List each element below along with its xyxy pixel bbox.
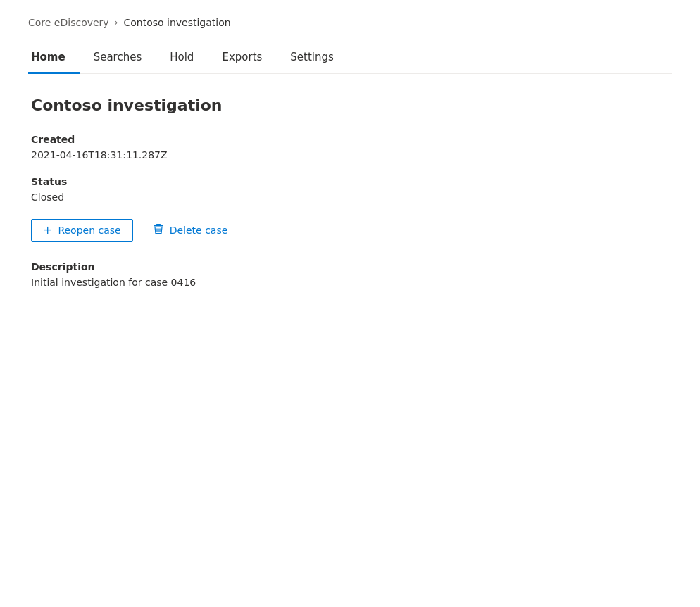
page-container: Core eDiscovery › Contoso investigation … xyxy=(0,0,700,332)
description-value: Initial investigation for case 0416 xyxy=(31,277,669,288)
breadcrumb: Core eDiscovery › Contoso investigation xyxy=(28,17,672,28)
reopen-case-button[interactable]: + Reopen case xyxy=(31,219,133,242)
svg-rect-0 xyxy=(156,224,161,225)
tab-exports[interactable]: Exports xyxy=(208,42,276,74)
created-field-group: Created 2021-04-16T18:31:11.287Z xyxy=(31,134,669,161)
delete-case-label: Delete case xyxy=(170,225,228,236)
trash-icon xyxy=(153,223,164,237)
reopen-icon: + xyxy=(43,225,52,236)
breadcrumb-parent-link[interactable]: Core eDiscovery xyxy=(28,17,109,28)
created-value: 2021-04-16T18:31:11.287Z xyxy=(31,149,669,161)
delete-case-button[interactable]: Delete case xyxy=(144,218,237,242)
tab-hold[interactable]: Hold xyxy=(156,42,208,74)
tab-home[interactable]: Home xyxy=(28,42,80,74)
svg-rect-1 xyxy=(154,225,163,227)
description-field-group: Description Initial investigation for ca… xyxy=(31,261,669,288)
reopen-case-label: Reopen case xyxy=(58,225,120,236)
content-area: Contoso investigation Created 2021-04-16… xyxy=(28,96,672,288)
breadcrumb-separator: › xyxy=(115,18,118,27)
status-field-group: Status Closed xyxy=(31,176,669,203)
status-value: Closed xyxy=(31,192,669,203)
created-label: Created xyxy=(31,134,669,145)
actions-row: + Reopen case Delete case xyxy=(31,218,669,242)
nav-tabs: Home Searches Hold Exports Settings xyxy=(28,42,672,74)
tab-settings[interactable]: Settings xyxy=(276,42,348,74)
status-label: Status xyxy=(31,176,669,187)
breadcrumb-current: Contoso investigation xyxy=(123,17,230,28)
case-title: Contoso investigation xyxy=(31,96,669,114)
tab-searches[interactable]: Searches xyxy=(80,42,156,74)
description-label: Description xyxy=(31,261,669,273)
